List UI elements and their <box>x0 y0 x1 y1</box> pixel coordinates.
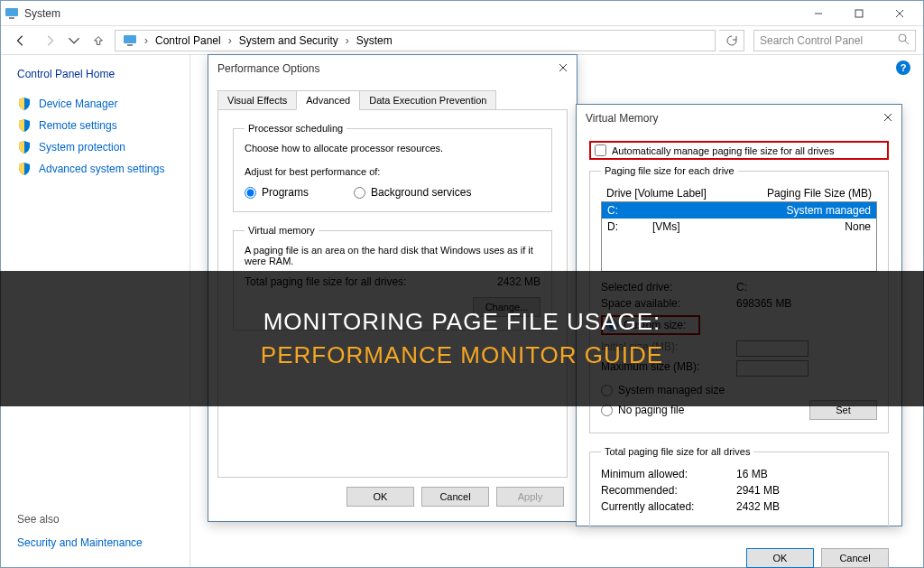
radio-programs[interactable]: Programs <box>245 186 309 199</box>
shield-icon <box>17 162 32 176</box>
tab-advanced[interactable]: Advanced <box>296 90 360 110</box>
tab-visual-effects[interactable]: Visual Effects <box>217 90 297 110</box>
sidebar-item-system-protection[interactable]: System protection <box>17 136 173 158</box>
system-icon <box>5 6 19 21</box>
dialog-titlebar: Performance Options <box>208 55 577 82</box>
sidebar-item-advanced-settings[interactable]: Advanced system settings <box>17 158 173 180</box>
search-input[interactable]: Search Control Panel <box>753 30 916 51</box>
overlay-banner: MONITORING PAGE FILE USAGE: PERFORMANCE … <box>0 271 924 406</box>
breadcrumb-icon <box>117 31 143 51</box>
dialog-titlebar: Virtual Memory <box>577 105 901 132</box>
overlay-line1: MONITORING PAGE FILE USAGE: <box>263 308 661 336</box>
radio-background-services[interactable]: Background services <box>354 186 471 199</box>
refresh-button[interactable] <box>719 30 744 51</box>
apply-button[interactable]: Apply <box>496 487 564 507</box>
toolbar: › Control Panel › System and Security › … <box>1 26 923 55</box>
shield-icon <box>17 118 32 133</box>
seealso: See also Security and Maintenance <box>17 513 143 549</box>
help-icon[interactable]: ? <box>896 61 910 75</box>
tab-dep[interactable]: Data Execution Prevention <box>359 90 496 110</box>
close-button[interactable] <box>879 1 919 26</box>
shield-icon <box>17 97 32 111</box>
search-icon <box>898 33 910 48</box>
chevron-right-icon: › <box>344 34 351 47</box>
search-placeholder: Search Control Panel <box>760 34 863 47</box>
close-icon[interactable] <box>883 112 892 125</box>
processor-scheduling-group: Processor scheduling Choose how to alloc… <box>233 123 552 212</box>
svg-line-9 <box>905 41 909 44</box>
minimize-button[interactable] <box>798 1 838 26</box>
ok-button[interactable]: OK <box>346 487 414 507</box>
shield-icon <box>17 140 32 154</box>
sidebar-item-remote-settings[interactable]: Remote settings <box>17 115 173 136</box>
overlay-line2: PERFORMANCE MONITOR GUIDE <box>261 341 663 369</box>
svg-rect-3 <box>855 10 863 17</box>
watermark: ShunDigital <box>841 545 911 559</box>
cancel-button[interactable]: Cancel <box>421 487 489 507</box>
back-button[interactable] <box>8 28 33 53</box>
seealso-link[interactable]: Security and Maintenance <box>17 536 143 549</box>
svg-rect-6 <box>124 35 136 43</box>
breadcrumb-seg[interactable]: System and Security <box>234 31 344 51</box>
titlebar: System <box>1 1 923 26</box>
total-paging-group: Total paging file size for all drives Mi… <box>589 446 889 528</box>
chevron-right-icon: › <box>143 34 150 47</box>
drive-row[interactable]: C: System managed <box>602 202 876 219</box>
forward-button[interactable] <box>37 28 62 53</box>
up-button[interactable] <box>86 28 111 53</box>
auto-manage-checkbox[interactable]: Automatically manage paging file size fo… <box>589 141 889 160</box>
breadcrumb-seg[interactable]: Control Panel <box>150 31 226 51</box>
breadcrumb[interactable]: › Control Panel › System and Security › … <box>115 30 716 51</box>
tab-bar: Visual Effects Advanced Data Execution P… <box>208 82 577 109</box>
drive-list[interactable]: C: System managed D: [VMs] None <box>601 201 877 272</box>
svg-rect-7 <box>127 44 133 46</box>
ok-button[interactable]: OK <box>746 548 814 568</box>
svg-point-8 <box>899 34 906 42</box>
sidebar-item-device-manager[interactable]: Device Manager <box>17 93 173 115</box>
dialog-title: Virtual Memory <box>586 112 658 125</box>
recent-button[interactable] <box>66 28 82 53</box>
breadcrumb-seg[interactable]: System <box>351 31 398 51</box>
close-icon[interactable] <box>559 62 568 75</box>
dialog-title: Performance Options <box>217 62 319 75</box>
svg-rect-1 <box>9 17 14 19</box>
chevron-right-icon: › <box>226 34 234 47</box>
control-panel-home-link[interactable]: Control Panel Home <box>17 68 173 80</box>
svg-rect-0 <box>5 8 18 16</box>
drive-row[interactable]: D: [VMs] None <box>602 219 876 235</box>
window-title: System <box>24 7 798 20</box>
maximize-button[interactable] <box>838 1 879 26</box>
